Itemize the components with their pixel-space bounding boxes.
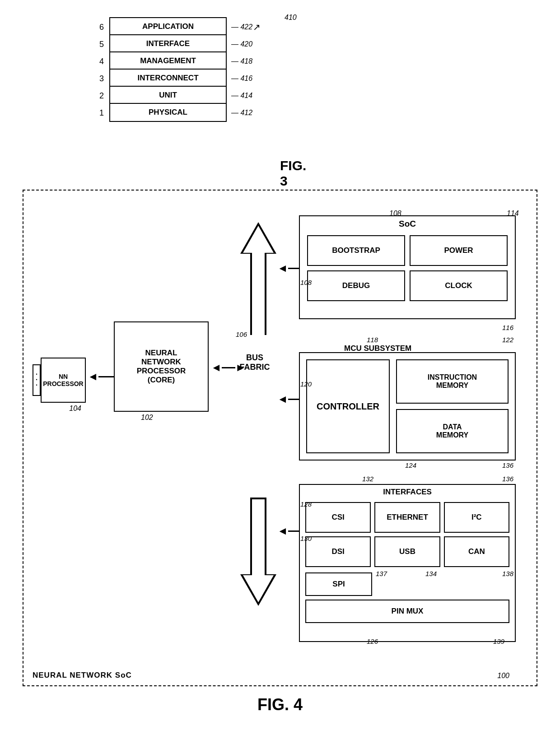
soc-debug-box: DEBUG [307, 270, 405, 301]
neural-network-soc-label: NEURAL NETWORK SoC [33, 671, 132, 680]
ref-130: 130 [300, 535, 312, 542]
layer-num-4: 4 [90, 57, 104, 66]
nnp-core-label: NEURALNETWORKPROCESSOR(CORE) [137, 349, 186, 385]
ref-120: 120 [300, 380, 312, 388]
nn-processor-group: ••• NNPROCESSOR 104 [33, 358, 86, 413]
fig3-ref410: 410 [285, 14, 297, 22]
instruction-memory-box: INSTRUCTIONMEMORY [396, 359, 509, 404]
fig4-title: FIG. 4 [14, 695, 546, 714]
fig3-title: FIG. 3 [280, 158, 316, 189]
memory-col: INSTRUCTIONMEMORY DATAMEMORY [396, 359, 509, 453]
layer-box-unit: UNIT [109, 86, 227, 105]
layer-ref-416: — 416 [231, 74, 252, 83]
ethernet-box: ETHERNET [374, 502, 440, 533]
nn-processor-wrapper: ••• NNPROCESSOR [33, 358, 86, 403]
left-arrow-icon5: ◄ [277, 525, 288, 537]
ref-139: 139 [493, 637, 504, 645]
ref-114: 114 [507, 209, 519, 218]
soc-power-box: POWER [410, 235, 508, 266]
layer-row-3: 3 INTERCONNECT — 416 [90, 70, 280, 88]
interfaces-title: INTERFACES [300, 485, 515, 499]
ref-116: 116 [502, 324, 513, 331]
layer-row-1: 1 PHYSICAL — 412 [90, 104, 280, 122]
ref-132: 132 [362, 475, 373, 483]
ref-108b: 108 [300, 279, 312, 286]
ref-134: 134 [425, 570, 437, 577]
left-arrow-icon2: ◄ [211, 361, 222, 374]
ref-136b: 136 [502, 475, 513, 483]
nn-processor-connector: ••• [33, 364, 41, 396]
pin-mux-row: PIN MUX [300, 600, 515, 623]
ref-138: 138 [502, 570, 513, 577]
soc-clock-box: CLOCK [410, 270, 508, 301]
page: 410 ↗ 6 APPLICATION — 422 5 INTERFACE — … [0, 0, 560, 749]
soc-inner-grid: BOOTSTRAP POWER DEBUG CLOCK [300, 232, 515, 305]
neural-network-soc-box: NEURAL NETWORK SoC 100 ••• NNPROCESSOR 1… [23, 190, 537, 686]
layer-box-physical: PHYSICAL [109, 103, 227, 122]
interfaces-grid: CSI ETHERNET I²C DSI USB CAN [300, 499, 515, 570]
connector-dots: ••• [36, 372, 37, 388]
ref-108: 108 [389, 209, 401, 218]
svg-rect-2 [252, 251, 265, 336]
layer-num-1: 1 [90, 108, 104, 118]
mcu-box: CONTROLLER INSTRUCTIONMEMORY DATAMEMORY [299, 352, 516, 461]
layer-row-5: 5 INTERFACE — 420 [90, 35, 280, 53]
layer-box-interconnect: INTERCONNECT [109, 69, 227, 88]
svg-rect-6 [252, 499, 265, 584]
layer-num-3: 3 [90, 74, 104, 84]
bus-arrow-up-svg [240, 218, 276, 349]
left-arrow-icon: ◄ [88, 370, 98, 383]
fig4-diagram: NEURAL NETWORK SoC 100 ••• NNPROCESSOR 1… [14, 190, 546, 714]
nn-processor-ref: 104 [33, 405, 81, 413]
arrow-line-4 [288, 399, 299, 400]
layer-ref-412: — 412 [231, 109, 252, 117]
arrow-line-2 [222, 367, 235, 368]
ref-100: 100 [497, 672, 509, 680]
nn-processor-box: NNPROCESSOR [41, 358, 86, 403]
ref-126: 126 [367, 637, 378, 645]
layer-ref-420: — 420 [231, 40, 252, 48]
ref-122: 122 [502, 336, 513, 344]
layer-row-2: 2 UNIT — 414 [90, 87, 280, 105]
ref-136: 136 [502, 461, 513, 469]
bus-arrow-down-svg [240, 484, 276, 615]
layer-row-6: 6 APPLICATION — 422 [90, 18, 280, 36]
soc-title: SoC [300, 216, 515, 232]
ref-118: 118 [367, 336, 378, 344]
arrow-line-1 [98, 376, 114, 377]
nn-processor-label: NNPROCESSOR [43, 373, 83, 387]
can-box: CAN [444, 536, 509, 567]
ref-124: 124 [405, 461, 416, 469]
mcu-inner: CONTROLLER INSTRUCTIONMEMORY DATAMEMORY [300, 353, 515, 460]
dsi-box: DSI [305, 536, 371, 567]
left-arrow-icon4: ◄ [277, 393, 288, 405]
csi-box: CSI [305, 502, 371, 533]
mcu-subsystem-title: MCU SUBSYSTEM [344, 344, 411, 353]
layer-row-4: 4 MANAGEMENT — 418 [90, 52, 280, 70]
layer-ref-422: — 422 [231, 23, 252, 31]
layer-num-2: 2 [90, 91, 104, 101]
layer-box-interface: INTERFACE [109, 34, 227, 53]
layer-num-5: 5 [90, 40, 104, 49]
ref-137: 137 [376, 570, 387, 577]
data-memory-box: DATAMEMORY [396, 409, 509, 453]
bus-fabric-label: BUSFABRIC [237, 353, 273, 372]
nnp-core-box: NEURALNETWORKPROCESSOR(CORE) [114, 321, 209, 412]
layer-stack-wrapper: 6 APPLICATION — 422 5 INTERFACE — 420 4 … [90, 18, 280, 122]
usb-box: USB [374, 536, 440, 567]
i2c-box: I²C [444, 502, 509, 533]
svg-marker-7 [243, 575, 274, 602]
soc-box: SoC BOOTSTRAP POWER DEBUG CLOCK [299, 215, 516, 319]
spi-box: SPI [305, 572, 372, 596]
layer-ref-414: — 414 [231, 92, 252, 100]
layer-box-management: MANAGEMENT [109, 51, 227, 70]
soc-bootstrap-box: BOOTSTRAP [307, 235, 405, 266]
layer-num-6: 6 [90, 23, 104, 32]
ref-128: 128 [300, 500, 312, 508]
nnp-core-ref: 102 [141, 414, 153, 422]
pin-mux-box: PIN MUX [305, 600, 509, 623]
layer-ref-418: — 418 [231, 57, 252, 65]
controller-box: CONTROLLER [306, 359, 390, 453]
left-arrow-icon3: ◄ [277, 262, 288, 274]
svg-marker-3 [243, 226, 274, 253]
